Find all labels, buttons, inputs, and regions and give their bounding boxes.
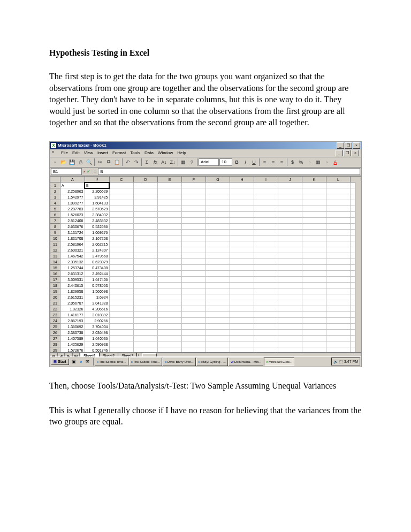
cell[interactable]: 2.483532 xyxy=(85,218,109,224)
row-header[interactable]: 2 xyxy=(50,188,60,194)
cell[interactable] xyxy=(302,312,326,318)
doc-minimize-button[interactable]: _ xyxy=(336,150,343,156)
cell[interactable] xyxy=(109,306,134,312)
cell[interactable] xyxy=(254,288,278,294)
task-item[interactable]: eThe Seattle Time... xyxy=(95,358,128,366)
cell[interactable] xyxy=(230,241,254,247)
cell[interactable] xyxy=(134,224,158,230)
cell[interactable] xyxy=(206,283,230,288)
cell[interactable]: 1.360692 xyxy=(60,324,85,330)
cell[interactable]: 2.90266 xyxy=(85,318,109,324)
cell[interactable] xyxy=(182,188,206,194)
cell[interactable] xyxy=(326,235,351,241)
cell[interactable] xyxy=(326,224,351,230)
cell[interactable] xyxy=(109,218,134,224)
cell[interactable] xyxy=(206,318,230,324)
cell[interactable] xyxy=(109,188,134,194)
cell[interactable]: 2.384032 xyxy=(85,212,109,218)
cell[interactable] xyxy=(326,312,351,318)
row-header[interactable]: 14 xyxy=(50,259,60,265)
cell[interactable] xyxy=(134,288,158,294)
cell[interactable] xyxy=(230,306,254,312)
cell[interactable] xyxy=(326,253,351,259)
cell[interactable] xyxy=(206,224,230,230)
start-button[interactable]: ⊞ Start xyxy=(51,359,69,365)
cell[interactable] xyxy=(182,324,206,330)
cell[interactable]: 3.6924 xyxy=(85,294,109,300)
cell[interactable]: 1.542977 xyxy=(60,194,85,200)
cell[interactable] xyxy=(182,265,206,271)
cell[interactable] xyxy=(254,235,278,241)
cell[interactable] xyxy=(326,218,351,224)
cell[interactable] xyxy=(254,283,278,288)
cell[interactable] xyxy=(254,277,278,283)
cell[interactable] xyxy=(254,259,278,265)
cell[interactable] xyxy=(230,288,254,294)
doc-close-button[interactable]: × xyxy=(352,150,359,156)
cell[interactable] xyxy=(302,288,326,294)
cell[interactable] xyxy=(206,271,230,277)
cell[interactable] xyxy=(134,306,158,312)
cell[interactable] xyxy=(230,206,254,212)
borders-icon[interactable]: ▦ xyxy=(314,158,322,166)
cell[interactable] xyxy=(302,330,326,336)
cell[interactable] xyxy=(254,306,278,312)
cell[interactable]: 3.479668 xyxy=(85,253,109,259)
cell[interactable] xyxy=(326,212,351,218)
cell[interactable] xyxy=(230,253,254,259)
cell[interactable] xyxy=(278,188,302,194)
cell[interactable] xyxy=(278,288,302,294)
cell[interactable] xyxy=(134,271,158,277)
cell[interactable]: 1.069276 xyxy=(85,230,109,235)
cell[interactable] xyxy=(182,277,206,283)
task-item[interactable]: eeBay: Cycling - ... xyxy=(196,358,228,366)
menu-edit[interactable]: Edit xyxy=(72,150,80,155)
row-header[interactable]: 19 xyxy=(50,288,60,294)
cell[interactable]: 2.335132 xyxy=(60,259,85,265)
show-desktop-icon[interactable]: ▣ xyxy=(71,359,77,365)
cell[interactable]: 2.380738 xyxy=(60,330,85,336)
cell[interactable] xyxy=(254,188,278,194)
cell[interactable]: 2.570529 xyxy=(85,206,109,212)
cell[interactable] xyxy=(254,336,278,341)
cell[interactable]: 2.287783 xyxy=(60,206,85,212)
cell[interactable] xyxy=(109,318,134,324)
autosum-icon[interactable]: Σ xyxy=(143,158,151,166)
cell[interactable] xyxy=(302,294,326,300)
cell[interactable] xyxy=(230,324,254,330)
col-header[interactable]: C xyxy=(109,176,134,183)
cell[interactable] xyxy=(278,312,302,318)
cell[interactable]: 2.867193 xyxy=(60,318,85,324)
cell[interactable] xyxy=(134,265,158,271)
cell[interactable] xyxy=(109,206,134,212)
cell[interactable] xyxy=(182,306,206,312)
fill-icon[interactable]: ▫ xyxy=(323,158,331,166)
col-header[interactable]: A xyxy=(60,176,85,183)
tray-icon[interactable]: ⬚ xyxy=(339,360,343,364)
cell[interactable] xyxy=(134,259,158,265)
row-header[interactable]: 10 xyxy=(50,235,60,241)
cell[interactable] xyxy=(278,235,302,241)
cell[interactable] xyxy=(326,341,351,347)
print-icon[interactable]: ⎙ xyxy=(77,158,85,166)
cell[interactable] xyxy=(158,336,182,341)
cell[interactable] xyxy=(278,336,302,341)
cell[interactable] xyxy=(182,218,206,224)
cell[interactable] xyxy=(206,235,230,241)
cell[interactable] xyxy=(158,341,182,347)
row-header[interactable]: 25 xyxy=(50,324,60,330)
cell[interactable] xyxy=(254,265,278,271)
cell[interactable] xyxy=(158,188,182,194)
cell[interactable]: 1.604133 xyxy=(85,200,109,206)
font-name-box[interactable]: Arial xyxy=(199,158,219,166)
row-header[interactable]: 6 xyxy=(50,212,60,218)
cell[interactable]: 1.407589 xyxy=(60,336,85,341)
menu-format[interactable]: Format xyxy=(112,150,126,155)
cell[interactable] xyxy=(326,230,351,235)
cell[interactable] xyxy=(134,188,158,194)
cell[interactable] xyxy=(182,300,206,306)
cell[interactable] xyxy=(158,259,182,265)
cell[interactable]: 1.831708 xyxy=(60,235,85,241)
cell[interactable] xyxy=(158,330,182,336)
cell[interactable] xyxy=(326,194,351,200)
